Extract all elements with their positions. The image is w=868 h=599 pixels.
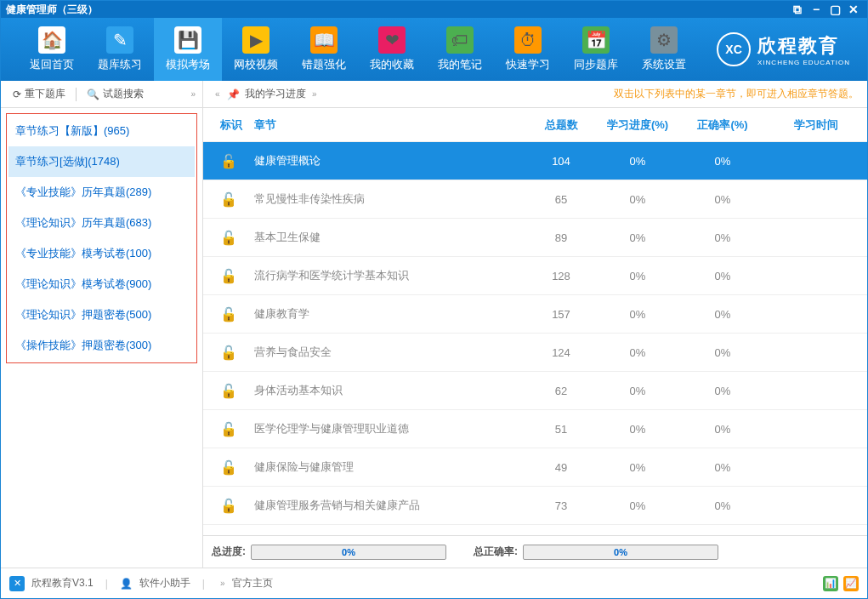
lock-icon: 🔓 <box>220 307 237 322</box>
sidebar-item[interactable]: 《理论知识》押题密卷(500) <box>9 300 195 330</box>
pin-icon: 📌 <box>227 88 240 100</box>
sidebar-toolbar: ⟳重下题库 🔍试题搜索 » <box>1 81 202 108</box>
cell-accuracy: 0% <box>680 346 765 359</box>
cell-progress: 0% <box>595 461 680 474</box>
toolbar-icon: 🏷 <box>446 26 474 54</box>
cell-total: 124 <box>527 346 595 359</box>
cell-chapter: 身体活动基本知识 <box>254 383 527 398</box>
cell-chapter: 营养与食品安全 <box>254 345 527 360</box>
summary-bar: 总进度: 0% 总正确率: 0% <box>203 535 867 568</box>
toolbar-item[interactable]: ✎题库练习 <box>86 18 154 81</box>
cell-accuracy: 0% <box>680 461 765 474</box>
toolbar-label: 错题强化 <box>302 57 346 72</box>
cell-total: 128 <box>527 270 595 282</box>
toolbar-icon: ⚙ <box>650 26 678 54</box>
toolbar-item[interactable]: ⚙系统设置 <box>630 18 698 81</box>
home-link[interactable]: 官方主页 <box>232 576 273 590</box>
cell-total: 89 <box>527 231 595 244</box>
progress-link[interactable]: 我的学习进度 » <box>245 87 317 101</box>
titlebar: 健康管理师（三级） ⧉ − ▢ ✕ <box>1 1 867 18</box>
cell-progress: 0% <box>595 193 680 206</box>
stats-icon[interactable]: 📊 <box>823 576 838 591</box>
maximize-icon[interactable]: ▢ <box>826 3 843 16</box>
toolbar-label: 系统设置 <box>642 57 686 72</box>
sidebar-item[interactable]: 章节练习[选做](1748) <box>9 146 195 177</box>
sidebar: ⟳重下题库 🔍试题搜索 » 章节练习【新版】(965)章节练习[选做](1748… <box>1 81 203 568</box>
helper-link[interactable]: 软件小助手 <box>139 576 190 590</box>
cell-total: 157 <box>527 308 595 321</box>
toolbar-item[interactable]: ❤我的收藏 <box>358 18 426 81</box>
sidebar-item[interactable]: 《理论知识》历年真题(683) <box>9 208 195 238</box>
cell-chapter: 基本卫生保健 <box>254 230 527 245</box>
brand-logo: XC <box>717 32 751 66</box>
cell-accuracy: 0% <box>680 308 765 321</box>
sidebar-item[interactable]: 《专业技能》模考试卷(100) <box>9 238 195 269</box>
brand: XC 欣程教育 XINCHENG EDUCATION <box>717 32 850 66</box>
chevron-left-icon[interactable]: « <box>215 89 220 99</box>
cell-total: 51 <box>527 423 595 436</box>
lock-icon: 🔓 <box>220 269 237 283</box>
toolbar-label: 题库练习 <box>98 57 142 72</box>
toolbar-label: 快速学习 <box>506 57 550 72</box>
brand-sub: XINCHENG EDUCATION <box>757 59 850 66</box>
col-chapter: 章节 <box>254 117 527 133</box>
table-row[interactable]: 🔓 健康保险与健康管理 49 0% 0% <box>203 448 867 487</box>
table-body[interactable]: 🔓 健康管理概论 104 0% 0% 🔓 常见慢性非传染性疾病 65 0% 0%… <box>203 142 867 535</box>
toolbar-item[interactable]: 💾模拟考场 <box>154 18 222 81</box>
cell-chapter: 常见慢性非传染性疾病 <box>254 191 527 207</box>
close-icon[interactable]: ✕ <box>845 3 862 16</box>
table-row[interactable]: 🔓 身体活动基本知识 62 0% 0% <box>203 372 867 410</box>
minimize-icon[interactable]: − <box>808 3 825 16</box>
table-row[interactable]: 🔓 基本卫生保健 89 0% 0% <box>203 219 867 257</box>
table-header: 标识 章节 总题数 学习进度(%) 正确率(%) 学习时间 <box>203 108 867 142</box>
cell-total: 49 <box>527 461 595 474</box>
table-row[interactable]: 🔓 医学伦理学与健康管理职业道德 51 0% 0% <box>203 410 867 448</box>
cell-total: 73 <box>527 499 595 512</box>
lock-icon: 🔓 <box>220 192 237 207</box>
cell-accuracy: 0% <box>680 270 765 282</box>
table-row[interactable]: 🔓 健康教育学 157 0% 0% <box>203 295 867 334</box>
toolbar-label: 模拟考场 <box>166 57 210 72</box>
toolbar-item[interactable]: ▶网校视频 <box>222 18 290 81</box>
toolbar-icon: 📅 <box>582 26 610 54</box>
cell-total: 104 <box>527 155 595 168</box>
toolbar-item[interactable]: 📖错题强化 <box>290 18 358 81</box>
sidebar-item[interactable]: 《操作技能》押题密卷(300) <box>9 330 195 361</box>
separator <box>76 88 77 101</box>
col-icon: 标识 <box>203 117 254 133</box>
cell-progress: 0% <box>595 346 680 359</box>
sidebar-item[interactable]: 章节练习【新版】(965) <box>9 116 195 146</box>
table-row[interactable]: 🔓 健康管理服务营销与相关健康产品 73 0% 0% <box>203 487 867 525</box>
sidebar-list: 章节练习【新版】(965)章节练习[选做](1748)《专业技能》历年真题(28… <box>6 113 197 363</box>
lock-icon: 🔓 <box>220 422 237 436</box>
search-icon: 🔍 <box>87 88 99 100</box>
sidebar-item[interactable]: 《理论知识》模考试卷(900) <box>9 269 195 300</box>
chevron-right-icon[interactable]: » <box>190 89 196 99</box>
helper-icon: 👤 <box>120 578 133 590</box>
cell-chapter: 健康教育学 <box>254 306 527 322</box>
refresh-icon: ⟳ <box>13 88 21 100</box>
toolbar-item[interactable]: 🏠返回首页 <box>18 18 86 81</box>
toolbar-icon: 🏠 <box>38 26 65 54</box>
lock-icon: 🔓 <box>220 231 237 245</box>
col-progress: 学习进度(%) <box>595 117 680 133</box>
reload-button[interactable]: ⟳重下题库 <box>8 85 71 103</box>
toolbar-item[interactable]: 📅同步题库 <box>562 18 630 81</box>
cell-accuracy: 0% <box>680 385 765 397</box>
table-row[interactable]: 🔓 营养与食品安全 124 0% 0% <box>203 334 867 372</box>
col-total: 总题数 <box>527 117 595 133</box>
restore-icon[interactable]: ⧉ <box>789 3 806 16</box>
toolbar-item[interactable]: 🏷我的笔记 <box>426 18 494 81</box>
table-row[interactable]: 🔓 常见慢性非传染性疾病 65 0% 0% <box>203 180 867 219</box>
cell-accuracy: 0% <box>680 231 765 244</box>
toolbar-label: 返回首页 <box>30 57 74 72</box>
toolbar-item[interactable]: ⏱快速学习 <box>494 18 562 81</box>
sidebar-item[interactable]: 《专业技能》历年真题(289) <box>9 177 195 208</box>
toolbar-label: 同步题库 <box>574 57 618 72</box>
chart-icon[interactable]: 📈 <box>843 576 859 591</box>
cell-chapter: 健康管理服务营销与相关健康产品 <box>254 498 527 513</box>
hint-text: 双击以下列表中的某一章节，即可进入相应章节答题。 <box>614 87 859 101</box>
table-row[interactable]: 🔓 流行病学和医学统计学基本知识 128 0% 0% <box>203 257 867 295</box>
table-row[interactable]: 🔓 健康管理概论 104 0% 0% <box>203 142 867 180</box>
search-button[interactable]: 🔍试题搜索 <box>82 85 149 103</box>
